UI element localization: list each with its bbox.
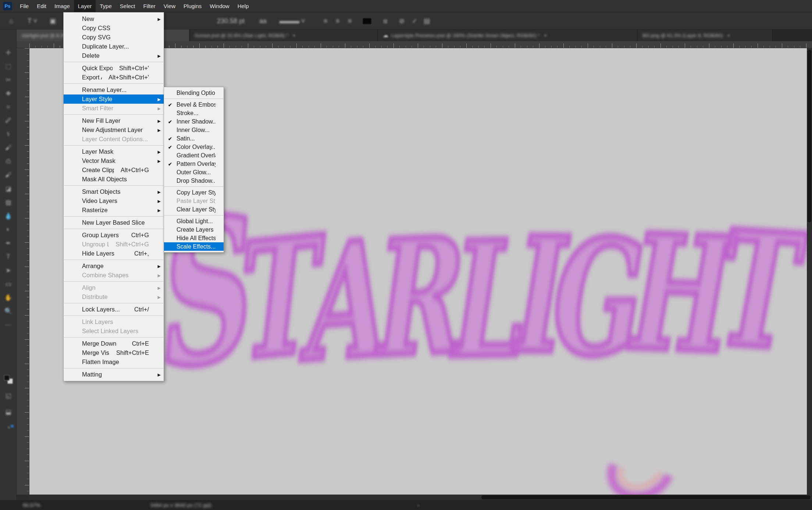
layer-menu-item-group-layers[interactable]: Group LayersCtrl+G xyxy=(64,231,164,240)
quick-mask-icon[interactable]: ◱ xyxy=(0,389,17,402)
foreground-background-swatch[interactable] xyxy=(0,373,17,386)
tab-close-icon[interactable]: × xyxy=(293,33,296,38)
layer-style-item-color-overlay[interactable]: ✔Color Overlay... xyxy=(164,143,224,151)
layer-style-item-global-light[interactable]: Global Light... xyxy=(164,217,224,225)
edit-toolbar-icon[interactable]: ⋯ xyxy=(0,318,17,331)
path-select-tool-icon[interactable]: ➤ xyxy=(0,264,17,277)
menubar-item-select[interactable]: Select xyxy=(116,0,139,12)
layer-menu-item-create-clipping-mask[interactable]: Create Clipping MaskAlt+Ctrl+G xyxy=(64,165,164,175)
layer-style-item-clear-layer-style[interactable]: Clear Layer Style xyxy=(164,205,224,214)
layer-menu-item-video-layers[interactable]: Video Layers▶ xyxy=(64,196,164,206)
home-icon[interactable]: ⌂ xyxy=(9,13,13,29)
status-chevron-icon[interactable]: › xyxy=(417,502,419,508)
panel-toggle-icon[interactable]: ▤ xyxy=(424,13,430,29)
layer-menu-item-copy-svg[interactable]: Copy SVG xyxy=(64,33,164,42)
tool-preset-type-icon[interactable]: T ˅ xyxy=(28,13,37,29)
menubar-item-file[interactable]: File xyxy=(16,0,33,12)
quick-select-tool-icon[interactable]: ❖ xyxy=(0,87,17,100)
layer-menu-item-rename-layer[interactable]: Rename Layer... xyxy=(64,85,164,94)
layer-menu-item-merge-down[interactable]: Merge DownCtrl+E xyxy=(64,339,164,348)
layer-style-item-copy-layer-style[interactable]: Copy Layer Style xyxy=(164,188,224,197)
layer-menu-item-flatten-image[interactable]: Flatten Image xyxy=(64,357,164,367)
document-tab-4[interactable]: BG.png @ 61.3% (Layer 6, RGB/8#)× xyxy=(637,29,773,41)
toggle-icon[interactable]: ▣ xyxy=(50,13,56,29)
layer-menu-item-quick-export-as-png[interactable]: Quick Export as PNGShift+Ctrl+' xyxy=(64,64,164,73)
vertical-scrollbar[interactable] xyxy=(807,48,812,495)
layer-style-item-outer-glow[interactable]: Outer Glow... xyxy=(164,168,224,176)
layer-menu-item-mask-all-objects[interactable]: Mask All Objects xyxy=(64,175,164,184)
layer-menu-item-new-adjustment-layer[interactable]: New Adjustment Layer▶ xyxy=(64,125,164,135)
layer-style-item-gradient-overlay[interactable]: Gradient Overlay... xyxy=(164,151,224,160)
layer-menu-item-rasterize[interactable]: Rasterize▶ xyxy=(64,206,164,215)
layer-style-item-create-layers[interactable]: Create Layers xyxy=(164,225,224,234)
layer-style-item-hide-all-effects[interactable]: Hide All Effects xyxy=(164,234,224,242)
align-right-icon[interactable]: ≡ xyxy=(348,13,352,29)
layer-style-item-scale-effects[interactable]: Scale Effects... xyxy=(164,242,224,251)
eraser-tool-icon[interactable]: ◪ xyxy=(0,182,17,195)
marquee-tool-icon[interactable]: ⬚ xyxy=(0,60,17,72)
layer-menu-item-arrange[interactable]: Arrange▶ xyxy=(64,261,164,271)
layer-menu-item-merge-visible[interactable]: Merge VisibleShift+Ctrl+E xyxy=(64,348,164,357)
menubar-item-filter[interactable]: Filter xyxy=(139,0,160,12)
zoom-level-field[interactable]: 66.67% xyxy=(23,502,40,508)
stamp-tool-icon[interactable]: ⎙ xyxy=(0,155,17,168)
layer-menu-item-hide-layers[interactable]: Hide LayersCtrl+, xyxy=(64,249,164,258)
layer-style-item-bevel-emboss[interactable]: ✔Bevel & Emboss... xyxy=(164,100,224,109)
hand-tool-icon[interactable]: ✋ xyxy=(0,291,17,304)
commit-icon[interactable]: ✓ xyxy=(412,13,417,29)
layer-style-item-inner-shadow[interactable]: ✔Inner Shadow... xyxy=(164,117,224,126)
layer-style-item-drop-shadow[interactable]: Drop Shadow... xyxy=(164,176,224,185)
crop-tool-icon[interactable]: ⌗ xyxy=(0,101,17,113)
anti-alias-dropdown-blur[interactable]: ▬▬▬ ˅ xyxy=(279,13,305,29)
layer-menu-item-new-layer-based-slice[interactable]: New Layer Based Slice xyxy=(64,218,164,227)
healing-tool-icon[interactable]: ⚕ xyxy=(0,128,17,140)
document-tab-2[interactable]: Sunset.psd @ 32.8% (Star Light, RGB/8) *… xyxy=(189,29,378,41)
warp-text-icon[interactable]: ⍺ xyxy=(383,13,388,29)
type-tool-icon[interactable]: T xyxy=(0,250,17,263)
menubar-item-image[interactable]: Image xyxy=(50,0,74,12)
layer-menu-item-new[interactable]: New▶ xyxy=(64,14,164,24)
eyedropper-tool-icon[interactable]: 🖉 xyxy=(0,114,17,127)
vertical-scrollbar-thumb[interactable] xyxy=(808,50,811,222)
text-color-swatch[interactable] xyxy=(362,18,372,25)
layer-style-item-inner-glow[interactable]: Inner Glow... xyxy=(164,126,224,134)
layer-style-item-stroke[interactable]: Stroke... xyxy=(164,109,224,117)
layer-menu-item-duplicate-layer[interactable]: Duplicate Layer... xyxy=(64,42,164,51)
horizontal-scrollbar[interactable] xyxy=(29,495,812,500)
brush-tool-icon[interactable]: 🖌 xyxy=(0,142,17,154)
layer-menu-item-new-fill-layer[interactable]: New Fill Layer▶ xyxy=(64,116,164,125)
layer-menu-item-export-as[interactable]: Export As...Alt+Shift+Ctrl+' xyxy=(64,73,164,82)
menubar-item-type[interactable]: Type xyxy=(96,0,116,12)
shape-tool-icon[interactable]: ▭ xyxy=(0,278,17,290)
move-tool-icon[interactable]: ✛ xyxy=(0,46,17,59)
dodge-tool-icon[interactable]: ◐ xyxy=(0,223,17,236)
cancel-icon[interactable]: ⊘ xyxy=(399,13,405,29)
layer-menu-item-delete[interactable]: Delete▶ xyxy=(64,51,164,60)
layer-style-item-blending-options[interactable]: Blending Options... xyxy=(164,89,224,97)
menubar-item-plugins[interactable]: Plugins xyxy=(179,0,206,12)
tab-close-icon[interactable]: × xyxy=(727,33,730,38)
blur-tool-icon[interactable]: 💧 xyxy=(0,210,17,222)
menubar-item-view[interactable]: View xyxy=(160,0,179,12)
menubar-item-help[interactable]: Help xyxy=(234,0,253,12)
screen-mode-icon[interactable]: ⬓ xyxy=(0,406,17,418)
menubar-item-edit[interactable]: Edit xyxy=(33,0,50,12)
font-size-blur[interactable]: 230.58 pt xyxy=(217,13,245,29)
layer-style-item-satin[interactable]: ✔Satin... xyxy=(164,134,224,143)
horizontal-scrollbar-thumb[interactable] xyxy=(481,495,811,499)
align-center-icon[interactable]: ≡ xyxy=(336,13,340,29)
anti-alias-icon[interactable]: aa xyxy=(259,13,267,29)
share-icon[interactable]: ◔ xyxy=(0,422,17,434)
zoom-tool-icon[interactable]: 🔍 xyxy=(0,305,17,317)
gradient-tool-icon[interactable]: ▨ xyxy=(0,196,17,208)
align-left-icon[interactable]: ≡ xyxy=(324,13,328,29)
layer-menu-item-smart-objects[interactable]: Smart Objects▶ xyxy=(64,187,164,196)
layer-menu-item-layer-style[interactable]: Layer Style▶ xyxy=(64,94,164,104)
layer-menu-item-lock-layers[interactable]: Lock Layers...Ctrl+/ xyxy=(64,305,164,314)
document-tab-3[interactable]: ☁Layerstyle Previews.psd @ 160% (Starlit… xyxy=(378,29,637,41)
menubar-item-layer[interactable]: Layer xyxy=(74,0,96,12)
tab-close-icon[interactable]: × xyxy=(544,33,547,38)
layer-menu-item-layer-mask[interactable]: Layer Mask▶ xyxy=(64,147,164,156)
layer-style-item-pattern-overlay[interactable]: ✔Pattern Overlay... xyxy=(164,160,224,168)
menubar-item-window[interactable]: Window xyxy=(206,0,233,12)
